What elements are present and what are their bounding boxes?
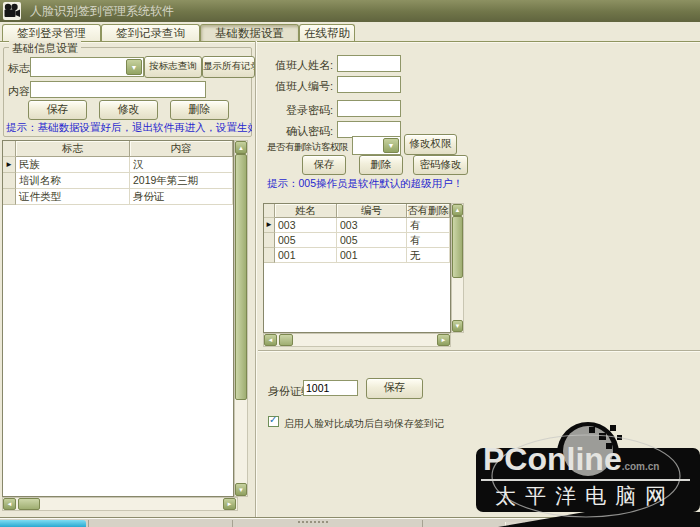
- table-row[interactable]: 培训名称 2019年第三期: [3, 173, 233, 189]
- check-icon: ✓: [269, 414, 277, 425]
- chevron-down-icon[interactable]: ▼: [383, 138, 399, 153]
- cell-flag: 民族: [16, 157, 130, 173]
- table-row[interactable]: 001 001 无: [264, 248, 450, 263]
- pwd-modify-button[interactable]: 密码修改: [413, 155, 468, 175]
- watermark-cn-name: 太平洋电脑网: [478, 482, 692, 510]
- delete-perm-label: 是否有删除访客权限: [267, 141, 348, 154]
- col-header-flag[interactable]: 标志: [16, 141, 130, 157]
- strip-divider: [88, 520, 89, 527]
- groupbox-title: 基础信息设置: [9, 41, 81, 56]
- cell-flag: 培训名称: [16, 173, 130, 189]
- title-bar: 人脸识别签到管理系统软件: [0, 0, 700, 22]
- right-delete-button[interactable]: 删除: [359, 155, 403, 175]
- cell-number: 005: [337, 233, 407, 248]
- row-header: [3, 173, 16, 189]
- cell-name: 003: [275, 218, 337, 233]
- scroll-up-icon[interactable]: ▲: [235, 141, 247, 154]
- scroll-down-icon[interactable]: ▼: [452, 320, 463, 332]
- panel-divider-highlight: [256, 41, 257, 517]
- current-row-marker: ►: [3, 157, 16, 173]
- login-password-label: 登录密码:: [263, 103, 333, 118]
- login-password-input[interactable]: [337, 100, 401, 117]
- auto-save-checkbox-label: 启用人脸对比成功后自动保存签到记: [284, 417, 444, 431]
- tab-basic-data[interactable]: 基础数据设置: [200, 24, 299, 42]
- tab-signin-records[interactable]: 签到记录查询: [101, 24, 200, 42]
- table-row[interactable]: 证件类型 身份证: [3, 189, 233, 205]
- col-header-name[interactable]: 姓名: [275, 204, 337, 218]
- row-header: [3, 189, 16, 205]
- flag-label: 标志: [8, 61, 30, 76]
- id-number-input[interactable]: [303, 380, 358, 396]
- right-save-button[interactable]: 保存: [302, 155, 346, 175]
- strip-divider: [422, 520, 423, 527]
- duty-number-label: 值班人编号:: [263, 79, 333, 94]
- scroll-thumb[interactable]: [452, 216, 463, 278]
- delete-perm-combobox[interactable]: ▼: [352, 136, 401, 155]
- scroll-left-icon[interactable]: ◄: [264, 334, 277, 346]
- cell-name: 005: [275, 233, 337, 248]
- left-modify-button[interactable]: 修改: [99, 100, 158, 120]
- left-table-vscrollbar[interactable]: ▲ ▼: [234, 140, 248, 497]
- right-table-hscrollbar[interactable]: ◄ ►: [263, 333, 451, 347]
- scroll-left-icon[interactable]: ◄: [3, 498, 16, 510]
- scroll-right-icon[interactable]: ►: [437, 334, 450, 346]
- duty-number-input[interactable]: [337, 76, 401, 93]
- right-table-vscrollbar[interactable]: ▲ ▼: [451, 203, 464, 333]
- strip-divider: [232, 520, 233, 527]
- section-divider-highlight: [258, 351, 700, 352]
- col-header-content[interactable]: 内容: [130, 141, 233, 157]
- operators-table: 姓名 编号 否有删除权 ► 003 003 有 005 005 有 001 00…: [263, 203, 451, 333]
- background-window-titlebar: [0, 520, 86, 527]
- scroll-right-icon[interactable]: ►: [223, 498, 236, 510]
- content-input[interactable]: [30, 81, 206, 98]
- watermark-divider: [481, 479, 690, 481]
- table-row[interactable]: ► 民族 汉: [3, 157, 233, 173]
- operators-table-header: 姓名 编号 否有删除权: [264, 204, 450, 218]
- content-label: 内容: [8, 84, 30, 99]
- watermark-wedge: [498, 512, 700, 527]
- scroll-thumb[interactable]: [235, 154, 247, 400]
- auto-save-checkbox[interactable]: ✓: [268, 416, 279, 427]
- header-corner: [3, 141, 16, 157]
- watermark-domain: .com.cn: [622, 461, 660, 472]
- left-table-hscrollbar[interactable]: ◄ ►: [2, 497, 238, 511]
- cell-content: 2019年第三期: [130, 173, 233, 189]
- flag-combobox[interactable]: ▼: [30, 57, 144, 77]
- tab-pane-highlight: [0, 42, 700, 43]
- cell-perm: 有: [407, 218, 450, 233]
- left-save-button[interactable]: 保存: [28, 100, 87, 120]
- table-row[interactable]: 005 005 有: [264, 233, 450, 248]
- cell-number: 001: [337, 248, 407, 263]
- app-window: 人脸识别签到管理系统软件 签到登录管理 签到记录查询 基础数据设置 在线帮助 基…: [0, 0, 700, 527]
- table-row[interactable]: ► 003 003 有: [264, 218, 450, 233]
- confirm-password-label: 确认密码:: [263, 124, 333, 139]
- modify-perm-button[interactable]: 修改权限: [404, 134, 457, 155]
- strip-grip-dots: [298, 521, 328, 523]
- scroll-up-icon[interactable]: ▲: [452, 204, 463, 216]
- row-header: [264, 233, 275, 248]
- col-header-number[interactable]: 编号: [337, 204, 407, 218]
- scroll-thumb[interactable]: [18, 498, 40, 510]
- id-save-button[interactable]: 保存: [366, 378, 423, 399]
- tab-signin-login[interactable]: 签到登录管理: [2, 24, 101, 42]
- left-hint-text: 提示：基础数据设置好后，退出软件再进入，设置生效！: [6, 121, 252, 135]
- chevron-down-icon[interactable]: ▼: [126, 59, 142, 75]
- duty-name-input[interactable]: [337, 55, 401, 72]
- cell-flag: 证件类型: [16, 189, 130, 205]
- tab-online-help[interactable]: 在线帮助: [299, 24, 355, 42]
- watermark-brand: PConline: [483, 441, 622, 477]
- left-delete-button[interactable]: 删除: [170, 100, 229, 120]
- cell-name: 001: [275, 248, 337, 263]
- scroll-thumb[interactable]: [279, 334, 293, 346]
- duty-name-label: 值班人姓名:: [263, 58, 333, 73]
- window-title: 人脸识别签到管理系统软件: [30, 0, 174, 22]
- show-all-records-button[interactable]: 显示所有记录: [202, 56, 255, 78]
- cell-number: 003: [337, 218, 407, 233]
- scroll-down-icon[interactable]: ▼: [235, 483, 247, 496]
- col-header-perm[interactable]: 否有删除权: [407, 204, 450, 218]
- flags-table-header: 标志 内容: [3, 141, 233, 157]
- camera-icon: [3, 2, 21, 20]
- query-by-flag-button[interactable]: 按标志查询: [144, 56, 202, 78]
- header-corner: [264, 204, 275, 218]
- pconline-watermark: PConline.com.cn 太平洋电脑网: [470, 420, 700, 527]
